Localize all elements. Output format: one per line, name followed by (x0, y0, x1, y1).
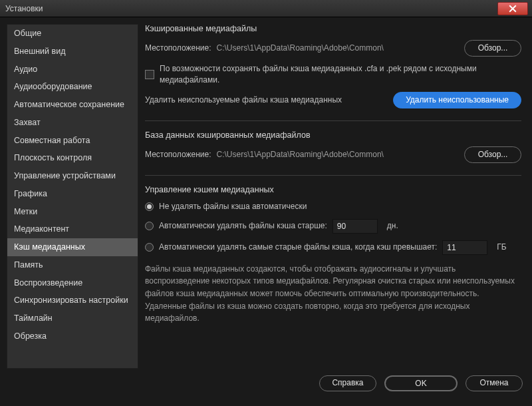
sidebar-item[interactable]: Автоматическое сохранение (7, 96, 138, 114)
cache-location-value: C:\Users\1\AppData\Roaming\Adobe\Common\ (216, 43, 459, 54)
section-cache-management: Управление кэшем медиаданных Не удалять … (145, 185, 521, 325)
sidebar-item[interactable]: Синхронизировать настройки (7, 292, 138, 309)
section-title: База данных кэшированных медиафайлов (145, 130, 521, 140)
sidebar-item[interactable]: Общие (7, 25, 138, 43)
sidebar-item[interactable]: Таймлайн (7, 309, 138, 327)
db-location-value: C:\Users\1\AppData\Roaming\Adobe\Common\ (216, 149, 459, 160)
radio-delete-age[interactable] (145, 222, 154, 230)
section-cache-files: Кэшированные медиафайлы Местоположение: … (145, 24, 521, 108)
section-cache-db: База данных кэшированных медиафайлов Мес… (145, 130, 521, 163)
option-delete-size[interactable]: Автоматически удалять самые старые файлы… (145, 240, 521, 255)
sidebar-item[interactable]: Медиаконтент (7, 220, 138, 238)
delete-unused-button[interactable]: Удалить неиспользованные (393, 92, 521, 108)
section-title: Управление кэшем медиаданных (145, 185, 521, 194)
size-input[interactable] (442, 240, 487, 255)
radio-label: Не удалять файлы кэша автоматически (159, 201, 307, 212)
option-no-delete[interactable]: Не удалять файлы кэша автоматически (145, 201, 521, 212)
browse-db-button[interactable]: Обзор... (464, 146, 521, 163)
delete-unused-label: Удалить неиспользуемые файлы кэша медиад… (145, 95, 388, 106)
help-button[interactable]: Справка (319, 375, 376, 391)
sidebar-item[interactable]: Графика (7, 185, 138, 203)
sidebar-item[interactable]: Аудио (7, 61, 138, 79)
close-button[interactable] (497, 2, 528, 15)
browse-cache-button[interactable]: Обзор... (464, 40, 521, 57)
cache-help-text: Файлы кэша медиаданных создаются, чтобы … (145, 263, 521, 325)
sidebar-item[interactable]: Совместная работа (7, 132, 138, 150)
age-unit: дн. (387, 220, 398, 232)
cancel-button[interactable]: Отмена (466, 375, 523, 391)
sidebar-item[interactable]: Метки (7, 203, 138, 221)
radio-label: Автоматически удалять самые старые файлы… (159, 242, 437, 253)
option-delete-age[interactable]: Автоматически удалять файлы кэша старше:… (145, 219, 521, 234)
sidebar-item[interactable]: Воспроизведение (7, 274, 138, 292)
main-panel: Кэшированные медиафайлы Местоположение: … (144, 24, 525, 369)
dialog-footer: Справка OK Отмена (0, 369, 532, 391)
size-unit: ГБ (497, 242, 506, 253)
age-input[interactable] (332, 219, 378, 234)
location-label: Местоположение: (145, 149, 211, 160)
radio-label: Автоматически удалять файлы кэша старше: (159, 220, 327, 232)
sidebar-item[interactable]: Аудиооборудование (7, 78, 138, 96)
location-label: Местоположение: (145, 43, 211, 54)
sidebar: ОбщиеВнешний видАудиоАудиооборудованиеАв… (7, 24, 138, 369)
sidebar-item[interactable]: Память (7, 256, 138, 274)
separator (145, 120, 521, 121)
sidebar-item[interactable]: Управление устройствами (7, 167, 138, 185)
window-title: Установки (5, 4, 43, 13)
section-title: Кэшированные медиафайлы (145, 24, 521, 33)
sidebar-item[interactable]: Обрезка (7, 327, 138, 345)
radio-no-delete[interactable] (145, 202, 154, 211)
sidebar-item[interactable]: Плоскость контроля (7, 149, 138, 167)
radio-delete-size[interactable] (145, 243, 154, 252)
titlebar: Установки (0, 0, 532, 17)
sidebar-item[interactable]: Кэш медиаданных (7, 238, 138, 256)
save-alongside-label: По возможности сохранять файлы кэша меди… (160, 63, 521, 86)
sidebar-item[interactable]: Захват (7, 114, 138, 132)
ok-button[interactable]: OK (384, 375, 458, 391)
close-icon (509, 5, 517, 13)
save-alongside-checkbox[interactable] (145, 70, 154, 79)
sidebar-item[interactable]: Внешний вид (7, 43, 138, 61)
separator (145, 175, 521, 176)
dialog-body: ОбщиеВнешний видАудиоАудиооборудованиеАв… (0, 17, 532, 369)
